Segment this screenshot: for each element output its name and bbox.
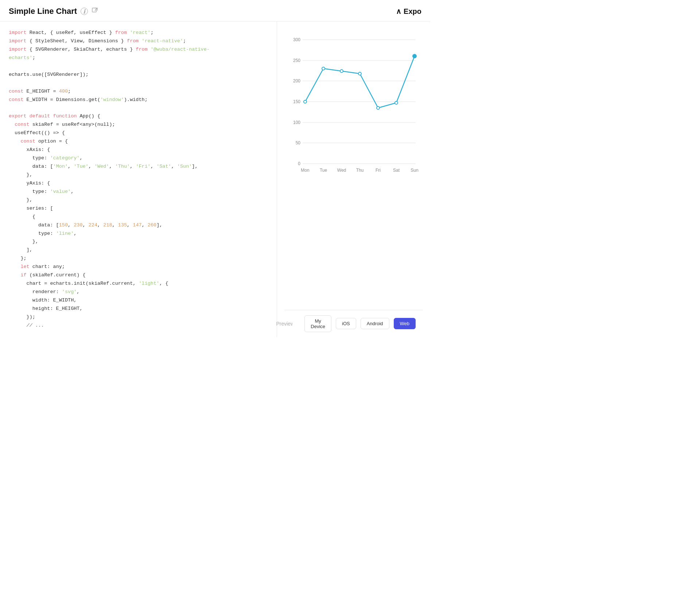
svg-text:300: 300 — [293, 37, 300, 42]
code-line: renderer: 'svg', — [9, 288, 268, 296]
code-line: data: [150, 230, 224, 218, 135, 147, 260… — [9, 221, 268, 230]
chart-container: 0 50 100 150 200 250 300 Mon Tue Wed Thu… — [284, 29, 423, 310]
chart-point-sat — [395, 101, 398, 104]
external-link-icon[interactable] — [92, 7, 98, 15]
chart-point-fri — [377, 106, 380, 109]
code-line: useEffect(() => { — [9, 129, 268, 137]
code-line: type: 'value', — [9, 188, 268, 196]
code-line: const E_WIDTH = Dimensions.get('window')… — [9, 96, 268, 104]
code-line: echarts'; — [9, 54, 268, 62]
line-chart: 0 50 100 150 200 250 300 Mon Tue Wed Thu… — [284, 29, 423, 182]
expo-chevron-icon: ∧ — [396, 7, 401, 16]
svg-text:Fri: Fri — [376, 168, 381, 173]
preview-label: Preview — [276, 321, 294, 327]
android-button[interactable]: Android — [361, 318, 389, 329]
code-line: if (skiaRef.current) { — [9, 271, 268, 280]
code-line: }; — [9, 254, 268, 263]
svg-text:Wed: Wed — [337, 168, 346, 173]
svg-text:Sat: Sat — [393, 168, 400, 173]
chart-point-tue — [322, 67, 325, 70]
svg-text:Tue: Tue — [320, 168, 327, 173]
toggle-knob — [292, 320, 299, 327]
code-line: { — [9, 213, 268, 221]
chart-point-thu — [358, 72, 361, 75]
svg-text:Mon: Mon — [301, 168, 309, 173]
code-line: type: 'category', — [9, 154, 268, 163]
web-button[interactable]: Web — [394, 318, 416, 329]
code-block: import React, { useRef, useEffect } from… — [9, 29, 268, 330]
bottom-bar: Preview My Device iOS Android Web — [284, 310, 423, 337]
chart-panel: 0 50 100 150 200 250 300 Mon Tue Wed Thu… — [277, 22, 430, 337]
code-line: import React, { useRef, useEffect } from… — [9, 29, 268, 37]
code-line: chart = echarts.init(skiaRef.current, 'l… — [9, 280, 268, 288]
code-line: echarts.use([SVGRenderer]); — [9, 71, 268, 79]
my-device-button[interactable]: My Device — [304, 315, 331, 332]
svg-text:Sun: Sun — [411, 168, 418, 173]
page-title: Simple Line Chart — [9, 7, 77, 16]
header: Simple Line Chart ℹ ∧ Expo — [0, 0, 430, 22]
svg-text:200: 200 — [293, 78, 300, 83]
code-line: let chart: any; — [9, 263, 268, 271]
code-line: data: ['Mon', 'Tue', 'Wed', 'Thu', 'Fri'… — [9, 163, 268, 171]
svg-text:Thu: Thu — [356, 168, 364, 173]
code-line: type: 'line', — [9, 230, 268, 238]
svg-text:250: 250 — [293, 58, 300, 63]
code-line: const E_HEIGHT = 400; — [9, 87, 268, 96]
code-line: }, — [9, 238, 268, 246]
chart-point-sun — [413, 54, 416, 58]
code-line: }, — [9, 171, 268, 179]
code-line: yAxis: { — [9, 179, 268, 188]
code-line: width: E_WIDTH, — [9, 296, 268, 305]
svg-text:100: 100 — [293, 120, 300, 125]
code-line: import { SVGRenderer, SkiaChart, echarts… — [9, 46, 268, 54]
header-left: Simple Line Chart ℹ — [9, 7, 98, 16]
code-panel: import React, { useRef, useEffect } from… — [0, 22, 277, 337]
ios-button[interactable]: iOS — [336, 318, 356, 329]
info-icon[interactable]: ℹ — [81, 8, 88, 15]
expo-logo: ∧ Expo — [396, 7, 421, 16]
chart-point-wed — [340, 70, 343, 73]
svg-text:150: 150 — [293, 99, 300, 104]
main-content: import React, { useRef, useEffect } from… — [0, 22, 430, 337]
expo-label: Expo — [404, 7, 421, 16]
svg-text:50: 50 — [296, 140, 301, 145]
code-line: const skiaRef = useRef<any>(null); — [9, 121, 268, 129]
code-line: export default function App() { — [9, 112, 268, 121]
code-line: xAxis: { — [9, 146, 268, 154]
code-line: height: E_HEIGHT, — [9, 305, 268, 313]
code-line: }, — [9, 196, 268, 205]
code-line: import { StyleSheet, View, Dimensions } … — [9, 37, 268, 46]
code-line: ], — [9, 246, 268, 254]
code-line: const option = { — [9, 137, 268, 146]
chart-line — [305, 56, 415, 108]
code-line: // ... — [9, 322, 268, 330]
code-line: }); — [9, 313, 268, 322]
chart-point-mon — [304, 100, 307, 103]
code-line: series: [ — [9, 205, 268, 213]
svg-text:0: 0 — [298, 161, 300, 166]
